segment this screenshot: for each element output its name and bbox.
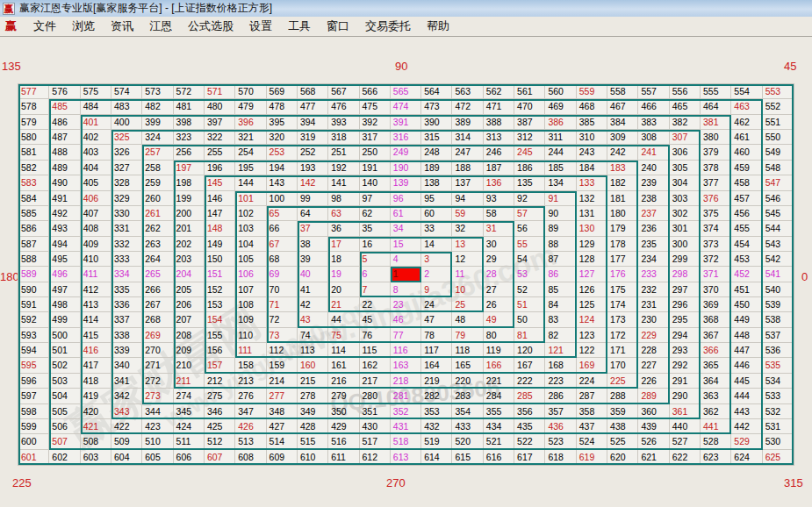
grid-cell[interactable]: 262 <box>142 221 173 236</box>
grid-cell[interactable]: 265 <box>142 267 173 282</box>
grid-cell[interactable]: 484 <box>81 99 111 114</box>
grid-cell[interactable]: 569 <box>267 84 298 99</box>
grid-cell[interactable]: 224 <box>577 374 607 389</box>
grid-cell[interactable]: 379 <box>701 145 731 160</box>
grid-cell[interactable]: 131 <box>577 206 607 221</box>
grid-cell[interactable]: 114 <box>328 343 359 358</box>
grid-cell[interactable]: 582 <box>18 161 49 175</box>
grid-cell[interactable]: 191 <box>360 161 391 175</box>
grid-cell[interactable]: 364 <box>701 374 731 389</box>
grid-cell[interactable]: 406 <box>81 191 111 206</box>
grid-cell[interactable]: 133 <box>577 175 607 190</box>
grid-cell[interactable]: 545 <box>763 206 794 221</box>
grid-cell[interactable]: 170 <box>607 358 638 373</box>
grid-cell[interactable]: 382 <box>670 115 701 130</box>
grid-cell[interactable]: 325 <box>111 130 142 145</box>
grid-cell[interactable]: 196 <box>205 161 235 175</box>
grid-cell[interactable]: 274 <box>174 389 205 403</box>
grid-cell[interactable]: 596 <box>18 374 49 389</box>
grid-cell[interactable]: 481 <box>174 99 205 114</box>
grid-cell[interactable]: 390 <box>421 115 452 130</box>
grid-cell[interactable]: 387 <box>514 115 545 130</box>
grid-cell[interactable]: 168 <box>545 358 576 373</box>
grid-cell[interactable]: 172 <box>607 328 638 343</box>
grid-cell[interactable]: 41 <box>298 282 328 297</box>
grid-cell[interactable]: 183 <box>607 161 638 175</box>
grid-cell[interactable]: 577 <box>18 84 49 99</box>
grid-cell[interactable]: 104 <box>235 237 266 252</box>
grid-cell[interactable]: 51 <box>514 297 545 312</box>
grid-cell[interactable]: 246 <box>484 145 514 160</box>
grid-cell[interactable]: 587 <box>18 237 49 252</box>
grid-cell[interactable]: 3 <box>421 252 452 267</box>
grid-cell[interactable]: 619 <box>577 450 607 465</box>
grid-cell[interactable]: 268 <box>142 312 173 327</box>
grid-cell[interactable]: 490 <box>49 175 80 190</box>
grid-cell[interactable]: 445 <box>731 374 762 389</box>
grid-cell[interactable]: 260 <box>142 191 173 206</box>
grid-cell[interactable]: 123 <box>577 328 607 343</box>
grid-cell[interactable]: 202 <box>174 237 205 252</box>
grid-cell[interactable]: 228 <box>638 343 669 358</box>
grid-cell[interactable]: 157 <box>205 358 235 373</box>
grid-cell[interactable]: 249 <box>391 145 421 160</box>
grid-cell[interactable]: 591 <box>18 297 49 312</box>
grid-cell[interactable]: 541 <box>763 267 794 282</box>
grid-cell[interactable]: 547 <box>763 175 794 190</box>
grid-cell[interactable]: 504 <box>49 389 80 403</box>
grid-cell[interactable]: 76 <box>360 328 391 343</box>
grid-cell[interactable]: 223 <box>545 374 576 389</box>
grid-cell[interactable]: 219 <box>421 374 452 389</box>
grid-cell[interactable]: 555 <box>701 84 731 99</box>
grid-cell[interactable]: 66 <box>267 221 298 236</box>
grid-cell[interactable]: 516 <box>328 434 359 449</box>
grid-cell[interactable]: 273 <box>142 389 173 403</box>
grid-cell[interactable]: 24 <box>421 297 452 312</box>
grid-cell[interactable]: 620 <box>607 450 638 465</box>
grid-cell[interactable]: 412 <box>81 282 111 297</box>
grid-cell[interactable]: 118 <box>452 343 483 358</box>
grid-cell[interactable]: 519 <box>421 434 452 449</box>
grid-cell[interactable]: 257 <box>142 145 173 160</box>
grid-cell[interactable]: 374 <box>701 221 731 236</box>
grid-cell[interactable]: 84 <box>545 297 576 312</box>
grid-cell[interactable]: 394 <box>298 115 328 130</box>
grid-cell[interactable]: 522 <box>514 434 545 449</box>
grid-cell[interactable]: 292 <box>670 358 701 373</box>
grid-cell[interactable]: 164 <box>421 358 452 373</box>
grid-cell[interactable]: 109 <box>235 312 266 327</box>
grid-cell[interactable]: 55 <box>514 237 545 252</box>
grid-cell[interactable]: 95 <box>421 191 452 206</box>
grid-cell[interactable]: 511 <box>174 434 205 449</box>
grid-cell[interactable]: 381 <box>701 115 731 130</box>
grid-cell[interactable]: 434 <box>484 419 514 434</box>
grid-cell[interactable]: 439 <box>638 419 669 434</box>
grid-cell[interactable]: 386 <box>545 115 576 130</box>
grid-cell-center[interactable]: 1 <box>391 267 421 282</box>
grid-cell[interactable]: 589 <box>18 267 49 282</box>
grid-cell[interactable]: 376 <box>701 191 731 206</box>
grid-cell[interactable]: 446 <box>731 358 762 373</box>
grid-cell[interactable]: 351 <box>360 404 391 419</box>
grid-cell[interactable]: 23 <box>391 297 421 312</box>
grid-cell[interactable]: 462 <box>731 115 762 130</box>
grid-cell[interactable]: 107 <box>235 282 266 297</box>
grid-cell[interactable]: 605 <box>142 450 173 465</box>
grid-cell[interactable]: 598 <box>18 404 49 419</box>
grid-cell[interactable]: 263 <box>142 237 173 252</box>
grid-cell[interactable]: 167 <box>514 358 545 373</box>
grid-cell[interactable]: 213 <box>235 374 266 389</box>
grid-cell[interactable]: 297 <box>670 282 701 297</box>
grid-cell[interactable]: 31 <box>484 221 514 236</box>
grid-cell[interactable]: 419 <box>81 389 111 403</box>
grid-cell[interactable]: 293 <box>670 343 701 358</box>
grid-cell[interactable]: 281 <box>391 389 421 403</box>
grid-cell[interactable]: 226 <box>638 374 669 389</box>
grid-cell[interactable]: 290 <box>670 389 701 403</box>
grid-cell[interactable]: 529 <box>731 434 762 449</box>
grid-cell[interactable]: 150 <box>205 252 235 267</box>
grid-cell[interactable]: 572 <box>174 84 205 99</box>
grid-cell[interactable]: 126 <box>577 282 607 297</box>
grid-cell[interactable]: 321 <box>235 130 266 145</box>
grid-cell[interactable]: 567 <box>328 84 359 99</box>
